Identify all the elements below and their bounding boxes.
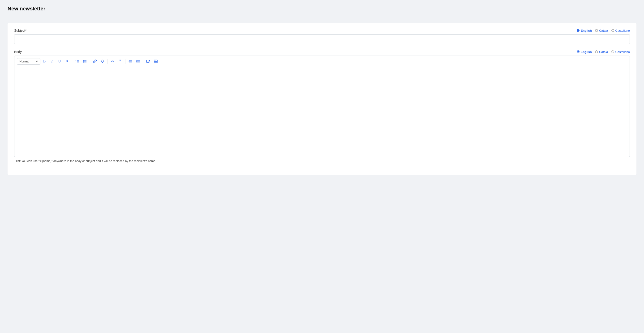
divider — [8, 16, 636, 16]
subject-lang-english-label: English — [581, 29, 592, 33]
svg-point-4 — [83, 60, 84, 61]
subject-lang-castellano[interactable]: Castellano — [612, 29, 630, 33]
unlink-button[interactable] — [99, 58, 106, 65]
indent-increase-button[interactable] — [134, 58, 142, 65]
toolbar-sep-4 — [125, 59, 126, 64]
ordered-list-button[interactable]: 1. — [74, 58, 81, 65]
indent-decrease-button[interactable] — [127, 58, 134, 65]
toolbar: Normal Heading 1 Heading 2 Heading 3 Hea… — [14, 56, 630, 67]
toolbar-sep-5 — [143, 59, 143, 64]
body-lang-castellano-label: Castellano — [616, 50, 630, 54]
svg-point-6 — [83, 62, 84, 63]
svg-rect-16 — [146, 60, 149, 63]
body-lang-catala-radio — [595, 50, 598, 53]
blockquote-button[interactable]: " — [117, 58, 124, 65]
image-button[interactable] — [152, 58, 159, 65]
code-button[interactable]: <> — [109, 58, 116, 65]
strikethrough-button[interactable]: S — [64, 58, 71, 65]
subject-field-row: Subject* English Català Castellano — [14, 29, 630, 44]
subject-lang-catala[interactable]: Català — [595, 29, 608, 33]
subject-field-header: Subject* English Català Castellano — [14, 29, 630, 33]
body-lang-english-radio — [577, 50, 580, 53]
svg-point-5 — [83, 61, 84, 62]
body-editor[interactable] — [14, 67, 630, 157]
body-field-header: Body English Català Castellano — [14, 50, 630, 54]
subject-lang-english-radio — [577, 29, 580, 32]
unordered-list-button[interactable] — [81, 58, 88, 65]
subject-lang-castellano-radio — [612, 29, 614, 32]
italic-button[interactable]: I — [48, 58, 56, 65]
subject-lang-castellano-label: Castellano — [616, 29, 630, 33]
body-editor-wrapper: Normal Heading 1 Heading 2 Heading 3 Hea… — [14, 56, 630, 157]
page-container: New newsletter Subject* English Català — [0, 0, 644, 333]
format-select[interactable]: Normal Heading 1 Heading 2 Heading 3 Hea… — [17, 58, 40, 65]
body-lang-english[interactable]: English — [577, 50, 592, 54]
subject-lang-catala-label: Català — [599, 29, 608, 33]
body-lang-catala[interactable]: Català — [595, 50, 608, 54]
body-label: Body — [14, 50, 22, 54]
page-title: New newsletter — [8, 6, 636, 12]
body-hint: Hint: You can use "%{name}" anywhere in … — [14, 159, 630, 163]
subject-lang-catala-radio — [595, 29, 598, 32]
body-lang-tabs: English Català Castellano — [577, 50, 630, 54]
underline-button[interactable]: U — [56, 58, 63, 65]
bold-button[interactable]: B — [41, 58, 48, 65]
body-field-row: Body English Català Castellano — [14, 50, 630, 163]
body-lang-catala-label: Català — [599, 50, 608, 54]
subject-label: Subject* — [14, 29, 26, 33]
toolbar-sep-2 — [90, 59, 90, 64]
body-lang-castellano-radio — [612, 50, 614, 53]
body-lang-english-label: English — [581, 50, 592, 54]
subject-lang-tabs: English Català Castellano — [577, 29, 630, 33]
subject-lang-english[interactable]: English — [577, 29, 592, 33]
toolbar-sep-1 — [72, 59, 72, 64]
subject-input[interactable] — [14, 34, 630, 44]
link-button[interactable] — [92, 58, 98, 65]
form-section: Subject* English Català Castellano — [8, 23, 636, 175]
toolbar-sep-3 — [108, 59, 108, 64]
body-lang-castellano[interactable]: Castellano — [612, 50, 630, 54]
video-button[interactable] — [144, 58, 152, 65]
